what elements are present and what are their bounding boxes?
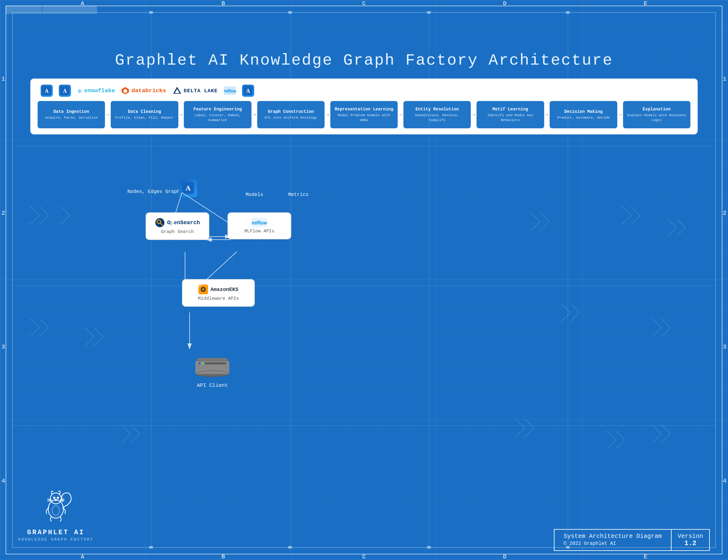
- step-graph-construction-title: Graph Construction: [261, 109, 321, 114]
- row-label-3-right: 3: [723, 280, 726, 414]
- step-data-ingestion: Data Ingestion Acquire, Parse, Serialize: [38, 101, 105, 128]
- step-graph-construction-sub: ETL into Uniform Ontology: [261, 115, 321, 120]
- step-entity-resolution: Entity Resolution Deduplicate, Resolve, …: [403, 101, 471, 128]
- row-label-1-left: 1: [2, 12, 5, 146]
- svg-point-44: [55, 499, 57, 501]
- step-decision-making-title: Decision Making: [553, 109, 613, 114]
- footer-diagram-label-area: System Architecture Diagram © 2022 Graph…: [554, 530, 672, 550]
- step-feature-engineering-sub: Label, Cluster, Embed, Summarize: [187, 113, 248, 123]
- step-decision-making: Decision Making Predict, Automate, Decid…: [550, 101, 617, 128]
- amazon-eks-icon: [198, 285, 208, 294]
- row-label-4-right: 4: [723, 414, 726, 548]
- snowflake-logo: ✳ snowflake: [77, 86, 115, 96]
- step-decision-making-sub: Predict, Automate, Decide: [553, 115, 613, 120]
- footer-block: System Architecture Diagram © 2022 Graph…: [554, 529, 710, 551]
- svg-text:A: A: [246, 88, 250, 94]
- footer-version-number: 1.2: [678, 540, 703, 547]
- deltalake-text: DELTA LAKE: [184, 88, 218, 94]
- pipeline-container: A A ✳ snowflake databrick: [30, 79, 698, 134]
- svg-point-45: [52, 506, 59, 515]
- left-row-labels: 1 2 3 4: [0, 0, 7, 560]
- svg-text:A: A: [63, 88, 67, 94]
- step-explanation: Explanation Explain Models with Business…: [623, 101, 690, 128]
- col-label-a-bot: A: [12, 553, 153, 560]
- arrow-1: →: [105, 101, 111, 128]
- step-data-cleaning-title: Data Cleaning: [114, 109, 174, 114]
- footer-copyright: © 2022 Graphlet AI: [564, 541, 662, 546]
- step-data-cleaning-sub: Profile, Clean, Fill, Repair: [114, 115, 174, 120]
- squirrel-icon: [36, 485, 76, 524]
- col-label-a: A: [12, 0, 153, 7]
- footer-version-area: Version 1.2: [672, 530, 709, 550]
- step-data-cleaning: Data Cleaning Profile, Clean, Fill, Repa…: [111, 101, 178, 128]
- mlflow-sublabel: MLFlow APIs: [234, 229, 285, 234]
- metrics-label: Metrics: [288, 191, 308, 198]
- footer-diagram-type-label: System Architecture Diagram: [564, 533, 662, 540]
- step-feature-engineering-title: Feature Engineering: [187, 107, 248, 112]
- step-graph-construction: Graph Construction ETL into Uniform Onto…: [257, 101, 325, 128]
- svg-rect-28: [205, 363, 226, 364]
- eks-service-box: AmazonEKS Middleware APIs: [182, 279, 255, 307]
- bottom-column-labels: A B C D E: [0, 553, 728, 560]
- arrow-6: →: [471, 101, 477, 128]
- opensearch-sublabel: Graph Search: [152, 229, 203, 234]
- api-client-icon: [193, 352, 232, 379]
- architecture-area: Graphlet AI Knowledge Graph Factory Arch…: [18, 39, 710, 134]
- step-data-ingestion-sub: Acquire, Parse, Serialize: [41, 115, 101, 120]
- graphlet-center-icon: A: [179, 179, 197, 197]
- svg-point-41: [50, 493, 61, 504]
- arrow-8: →: [617, 101, 623, 128]
- step-explanation-sub: Explain Models with Business Logic: [627, 113, 687, 123]
- brand-name: GRAPHLET AI: [18, 529, 93, 536]
- snowflake-text: snowflake: [84, 87, 115, 94]
- databricks-text: databricks: [131, 87, 166, 94]
- col-label-d-bot: D: [434, 553, 575, 560]
- api-client-label: API Client: [176, 383, 249, 388]
- eks-sublabel: Middleware APIs: [189, 296, 248, 301]
- step-representation-learning: Representation Learning Model Problem Do…: [330, 101, 398, 128]
- step-motif-learning-sub: Identify and Model Key Behaviors: [480, 113, 540, 123]
- svg-text:A: A: [185, 184, 191, 192]
- col-label-b: B: [153, 0, 294, 7]
- mlflow-service-box: mlflow MLFlow APIs: [227, 212, 291, 239]
- col-label-b-bot: B: [153, 553, 294, 560]
- step-entity-resolution-title: Entity Resolution: [407, 107, 467, 112]
- pipeline-steps: Data Ingestion Acquire, Parse, Serialize…: [38, 101, 690, 128]
- opensearch-name: OpenSearch: [167, 220, 200, 226]
- step-data-ingestion-title: Data Ingestion: [41, 109, 101, 114]
- footer-version-label: Version: [678, 533, 703, 540]
- svg-point-21: [202, 288, 204, 291]
- col-label-c-bot: C: [294, 553, 434, 560]
- models-label: Models: [246, 191, 263, 198]
- arrow-3: →: [251, 101, 257, 128]
- row-label-2-right: 2: [723, 146, 726, 280]
- mlflow-service-icon: mlflow: [252, 218, 267, 227]
- step-motif-learning-title: Motif Learning: [480, 107, 540, 112]
- databricks-logo: databricks: [121, 86, 166, 95]
- graphlet-icon-3: A: [242, 85, 254, 97]
- svg-text:A: A: [45, 88, 49, 94]
- mlflow-logo: mlflow: [224, 86, 236, 95]
- top-column-labels: A B C D E: [0, 0, 728, 7]
- step-entity-resolution-sub: Deduplicate, Resolve, Simplify: [407, 113, 467, 123]
- graphlet-icon-2: A: [59, 85, 71, 97]
- arrow-4: →: [325, 101, 330, 128]
- api-client-area: API Client: [176, 352, 249, 388]
- svg-rect-27: [202, 363, 204, 364]
- svg-point-42: [54, 497, 55, 499]
- deltalake-logo: DELTA LAKE: [172, 86, 218, 96]
- opensearch-icon: [155, 218, 165, 228]
- arrow-2: →: [178, 101, 184, 128]
- col-label-e-bot: E: [575, 553, 716, 560]
- right-row-labels: 1 2 3 4: [721, 0, 728, 560]
- arrow-5: →: [398, 101, 403, 128]
- opensearch-service-box: OpenSearch Graph Search: [146, 212, 209, 240]
- row-label-4-left: 4: [2, 414, 5, 548]
- row-label-2-left: 2: [2, 146, 5, 280]
- svg-rect-26: [199, 363, 201, 364]
- col-label-c: C: [294, 0, 434, 7]
- mlflow-service-header: mlflow: [234, 218, 285, 227]
- svg-text:mlflow: mlflow: [252, 220, 267, 225]
- col-label-e: E: [575, 0, 716, 7]
- step-explanation-title: Explanation: [627, 107, 687, 112]
